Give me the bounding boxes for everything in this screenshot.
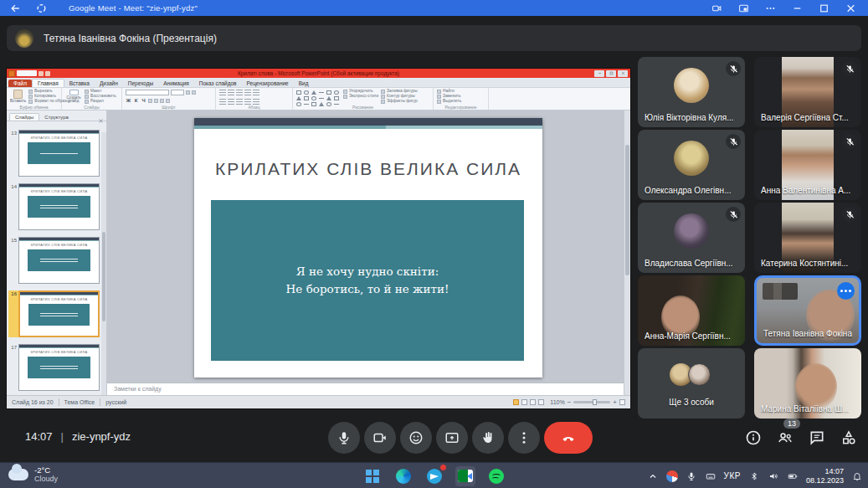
slide-thumbnail-15[interactable]: 15 КРИЛАТИХ СЛІВ ВЕЛИКА СИЛА	[8, 237, 100, 284]
spotify-app-button[interactable]	[486, 466, 506, 486]
shared-powerpoint-window[interactable]: Крилаті слова - Microsoft PowerPoint (Сб…	[7, 69, 630, 408]
participant-tile[interactable]: Анна-Марія Сергіївн...	[638, 275, 745, 346]
pane-tab-outline[interactable]: Структура	[39, 114, 73, 121]
language-indicator[interactable]: УКР	[724, 471, 741, 480]
participant-tile-active-speaker[interactable]: Тетяна Іванівна Фокіна	[754, 275, 861, 346]
indent-icon[interactable]	[236, 90, 243, 95]
reload-icon[interactable]	[36, 3, 47, 13]
bullets-icon[interactable]	[219, 90, 226, 95]
zoom-slider[interactable]	[573, 401, 610, 403]
slide-thumbnail-17[interactable]: 17 КРИЛАТИХ СЛІВ ВЕЛИКА СИЛА	[8, 344, 100, 391]
tab-transitions[interactable]: Переходы	[123, 80, 159, 87]
font-size-select[interactable]	[171, 90, 184, 95]
pip-icon[interactable]	[738, 3, 749, 13]
numbering-icon[interactable]	[228, 90, 234, 95]
tab-insert[interactable]: Вставка	[64, 80, 95, 87]
meet-app-button-active[interactable]	[455, 466, 475, 486]
slideshow-view-button[interactable]	[538, 399, 544, 405]
quick-styles-button[interactable]: Экспресс-стили	[343, 95, 378, 99]
notes-field[interactable]: Заметки к слайду	[107, 383, 624, 395]
camera-icon[interactable]	[711, 3, 722, 13]
microphone-button[interactable]	[328, 422, 360, 454]
taskbar-clock[interactable]: 14:07 08.12.2023	[806, 467, 844, 485]
tray-app-icon[interactable]	[666, 470, 678, 482]
keyboard-icon[interactable]	[705, 470, 716, 482]
end-call-button[interactable]	[544, 422, 593, 454]
present-button[interactable]	[436, 422, 468, 454]
text-direction-icon[interactable]	[253, 90, 259, 95]
participant-tile[interactable]: Юлія Вікторівна Куля...	[638, 57, 745, 127]
font-name-select[interactable]	[126, 90, 169, 95]
close-icon[interactable]	[845, 3, 856, 13]
font-color-icon[interactable]	[166, 99, 170, 103]
fit-to-window-button[interactable]	[619, 399, 625, 405]
more-options-button[interactable]	[508, 422, 540, 454]
volume-icon[interactable]	[768, 470, 779, 482]
new-slide-button[interactable]: Создать слайд	[65, 90, 82, 104]
participant-tile[interactable]: Катерина Костянтині...	[754, 203, 861, 273]
tray-mic-icon[interactable]	[686, 470, 697, 482]
participant-tile[interactable]: Анна Валентинівна А...	[754, 130, 861, 200]
start-button[interactable]	[362, 466, 383, 486]
ppt-minimize-icon[interactable]	[594, 70, 604, 77]
align-right-icon[interactable]	[236, 99, 243, 105]
shrink-font-icon[interactable]	[192, 90, 196, 95]
participant-tile[interactable]: Олександра Олегівн...	[638, 130, 745, 200]
tab-design[interactable]: Дизайн	[95, 80, 123, 87]
overflow-participants-tile[interactable]: Ще 3 особи	[638, 348, 745, 419]
slide-thumbnail-13[interactable]: 13 КРИЛАТИХ СЛІВ ВЕЛИКА СИЛА	[8, 130, 100, 177]
paste-button[interactable]: Вставить	[10, 90, 26, 104]
columns-icon[interactable]	[253, 99, 259, 105]
reading-view-button[interactable]	[530, 399, 536, 405]
meeting-details-button[interactable]	[744, 429, 763, 447]
tab-file[interactable]: Файл	[8, 80, 32, 87]
tab-animations[interactable]: Анимация	[158, 80, 194, 87]
change-case-icon[interactable]	[160, 99, 164, 103]
reactions-button[interactable]	[400, 422, 432, 454]
tab-slideshow[interactable]: Показ слайдов	[194, 80, 242, 87]
more-icon[interactable]	[765, 3, 776, 13]
telegram-app-button[interactable]	[424, 466, 444, 486]
maximize-icon[interactable]	[819, 3, 829, 13]
section-button[interactable]: Раздел	[85, 100, 116, 104]
tile-more-options-button[interactable]	[837, 282, 855, 300]
people-button[interactable]: 13	[776, 429, 794, 447]
battery-icon[interactable]	[787, 470, 799, 482]
camera-button[interactable]	[364, 422, 396, 454]
italic-button[interactable]: К	[133, 98, 139, 103]
ppt-maximize-icon[interactable]	[606, 70, 616, 77]
activities-button[interactable]	[840, 429, 858, 447]
bluetooth-icon[interactable]	[748, 470, 760, 482]
raise-hand-button[interactable]	[472, 422, 504, 454]
tab-review[interactable]: Рецензирование	[242, 80, 294, 87]
select-button[interactable]: Выделить	[437, 100, 461, 104]
tray-chevron-icon[interactable]	[647, 470, 659, 482]
notification-bell-icon[interactable]	[851, 470, 863, 482]
participant-tile[interactable]: Марина Віталіївна Ш...	[754, 348, 861, 419]
slide-thumbnail-14[interactable]: 14 КРИЛАТИХ СЛІВ ВЕЛИКА СИЛА	[8, 183, 100, 230]
align-left-icon[interactable]	[219, 99, 226, 105]
tab-home[interactable]: Главная	[32, 79, 64, 87]
sorter-view-button[interactable]	[521, 399, 527, 405]
weather-widget[interactable]: -2°C Cloudy	[8, 465, 58, 484]
char-spacing-icon[interactable]	[154, 99, 158, 103]
slide-thumbnail-16-selected[interactable]: 16 КРИЛАТИХ СЛІВ ВЕЛИКА СИЛА	[8, 290, 100, 337]
minimize-icon[interactable]	[792, 3, 803, 13]
align-center-icon[interactable]	[228, 99, 234, 105]
bold-button[interactable]: Ж	[126, 98, 131, 103]
participant-tile[interactable]: Владислава Сергіївн...	[638, 203, 745, 273]
pane-tab-slides[interactable]: Слайды	[9, 113, 39, 121]
edge-app-button[interactable]	[393, 466, 413, 486]
normal-view-button[interactable]	[513, 399, 519, 405]
shape-effects-button[interactable]: Эффекты фигур	[381, 100, 418, 104]
zoom-out-button[interactable]: −	[568, 399, 572, 406]
participant-tile[interactable]: Валерія Сергіївна Ст...	[754, 57, 861, 127]
tab-view[interactable]: Вид	[294, 80, 314, 87]
slide-scrollbar[interactable]	[624, 110, 630, 395]
chat-button[interactable]	[808, 429, 826, 447]
underline-button[interactable]: Ч	[141, 98, 146, 103]
pane-scrollbar[interactable]	[101, 132, 106, 395]
grow-font-icon[interactable]	[186, 90, 190, 95]
justify-icon[interactable]	[244, 99, 251, 105]
back-icon[interactable]	[10, 3, 21, 13]
